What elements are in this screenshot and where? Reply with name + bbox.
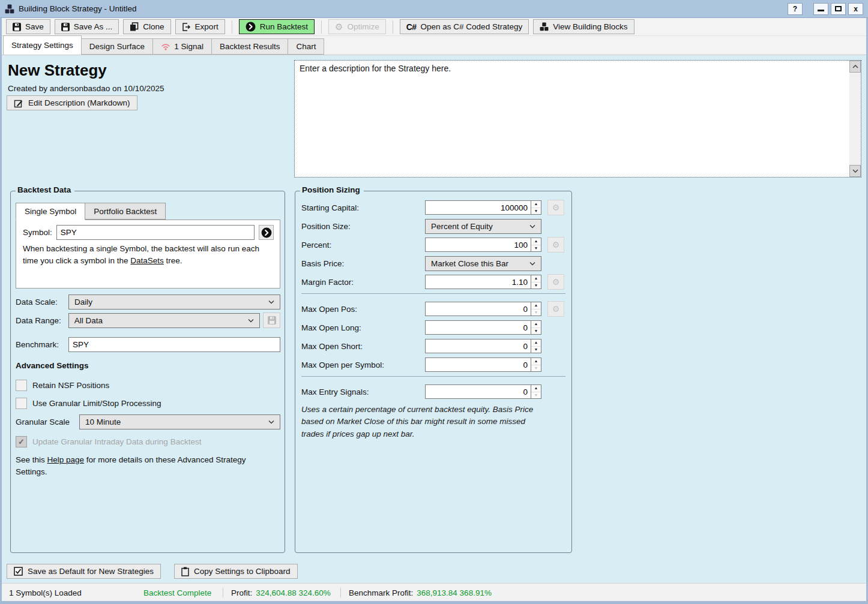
scroll-down-button[interactable] [849, 165, 861, 177]
tab-design-surface[interactable]: Design Surface [82, 38, 153, 55]
max-open-pos-input[interactable] [426, 302, 531, 315]
floppy-icon [61, 23, 70, 31]
spinner-down-button[interactable]: ▼ [531, 208, 541, 215]
margin-factor-input[interactable] [426, 275, 531, 289]
scroll-up-button[interactable] [849, 61, 861, 73]
retain-nsf-checkbox[interactable] [16, 380, 27, 391]
position-size-select[interactable]: Percent of Equity [425, 219, 541, 234]
spinner-down-button[interactable]: ▼ [531, 365, 541, 372]
separator [301, 376, 565, 377]
backtest-data-group: Backtest Data Single Symbol Portfolio Ba… [10, 191, 285, 553]
tab-strategy-settings[interactable]: Strategy Settings [3, 35, 82, 55]
max-open-pos-label: Max Open Pos: [301, 305, 425, 314]
close-button[interactable]: x [848, 3, 863, 15]
status-separator [340, 587, 341, 597]
toolbar: Save Save As ... Clone Export Run Backte… [2, 18, 866, 36]
description-scrollbar [849, 61, 861, 177]
separator [301, 293, 565, 294]
spinner-down-button[interactable]: ▼ [531, 245, 541, 252]
data-scale-select[interactable]: Daily [68, 295, 280, 309]
clone-icon [130, 22, 139, 31]
description-editor[interactable]: Enter a description for the Strategy her… [294, 60, 861, 178]
spinner-down-button[interactable]: ▼ [531, 392, 541, 399]
granular-scale-select[interactable]: 10 Minute [79, 414, 280, 429]
note-text: See this [16, 455, 47, 464]
position-size-label: Position Size: [301, 222, 425, 231]
tab-chart[interactable]: Chart [288, 38, 324, 55]
data-range-label: Data Range: [16, 316, 68, 325]
spinner-down-button[interactable]: ▼ [531, 346, 541, 353]
clone-button[interactable]: Clone [123, 19, 170, 34]
tab-signals[interactable]: 1 Signal [153, 38, 212, 55]
spinner-up-button[interactable]: ▲ [531, 275, 541, 282]
save-button[interactable]: Save [6, 19, 50, 34]
starting-capital-spinner: ▲▼ [425, 200, 541, 215]
max-open-short-label: Max Open Short: [301, 342, 425, 351]
spinner-down-button[interactable]: ▼ [531, 282, 541, 289]
max-open-long-input[interactable] [426, 321, 531, 334]
settings-gear-button[interactable]: ⚙ [547, 237, 564, 253]
copy-settings-button[interactable]: Copy Settings to Clipboard [174, 564, 298, 579]
export-button[interactable]: Export [175, 19, 225, 34]
run-icon [246, 22, 256, 32]
spinner-up-button[interactable]: ▲ [531, 339, 541, 346]
tab-portfolio-backtest[interactable]: Portfolio Backtest [85, 203, 166, 220]
spinner-down-button[interactable]: ▼ [531, 309, 541, 316]
spinner-up-button[interactable]: ▲ [531, 385, 541, 392]
update-granular-checkbox[interactable]: ✓ [16, 436, 27, 447]
datasets-link[interactable]: DataSets [130, 256, 164, 265]
chevron-down-icon [529, 224, 535, 229]
maximize-button[interactable] [831, 3, 846, 15]
edit-description-button[interactable]: Edit Description (Markdown) [7, 95, 137, 110]
tab-label: Strategy Settings [11, 41, 73, 50]
starting-capital-input[interactable] [426, 201, 531, 214]
save-as-button[interactable]: Save As ... [55, 19, 119, 34]
max-open-long-label: Max Open Long: [301, 323, 425, 332]
tab-single-symbol[interactable]: Single Symbol [16, 203, 85, 220]
max-entry-signals-input[interactable] [426, 385, 531, 398]
tab-backtest-results[interactable]: Backtest Results [212, 38, 289, 55]
load-symbol-button[interactable] [259, 225, 274, 240]
starting-capital-label: Starting Capital: [301, 203, 425, 212]
margin-factor-label: Margin Factor: [301, 278, 425, 287]
data-range-value: All Data [74, 316, 248, 325]
optimize-button[interactable]: ⚙ Optimize [328, 19, 386, 34]
minimize-button[interactable] [813, 3, 828, 15]
max-open-per-symbol-spinner: ▲▼ [425, 357, 541, 372]
granular-processing-checkbox[interactable] [16, 398, 27, 409]
save-default-button[interactable]: Save as Default for New Strategies [7, 564, 161, 579]
spinner-up-button[interactable]: ▲ [531, 358, 541, 365]
save-data-range-button[interactable] [263, 312, 280, 328]
settings-gear-button[interactable]: ⚙ [547, 301, 564, 317]
percent-input[interactable] [426, 238, 531, 251]
spinner-down-button[interactable]: ▼ [531, 327, 541, 335]
benchmark-input[interactable] [69, 338, 280, 351]
spinner-up-button[interactable]: ▲ [531, 238, 541, 245]
basis-price-select[interactable]: Market Close this Bar [425, 256, 541, 271]
strategy-title: New Strategy [8, 61, 107, 80]
run-backtest-label: Run Backtest [260, 22, 308, 31]
gears-icon: ⚙ [335, 22, 343, 31]
description-text[interactable]: Enter a description for the Strategy her… [295, 61, 849, 177]
max-open-short-input[interactable] [426, 339, 531, 353]
status-separator [223, 587, 223, 597]
spin-buttons: ▲▼ [531, 238, 541, 251]
settings-gear-button[interactable]: ⚙ [547, 200, 564, 215]
spinner-up-button[interactable]: ▲ [531, 201, 541, 208]
starting-capital-row: Starting Capital: ▲▼ ⚙ [301, 200, 565, 215]
settings-gear-button[interactable]: ⚙ [547, 274, 564, 290]
data-range-select[interactable]: All Data [68, 313, 260, 328]
max-open-per-symbol-label: Max Open per Symbol: [301, 360, 425, 369]
spinner-up-button[interactable]: ▲ [531, 302, 541, 309]
view-building-blocks-button[interactable]: View Building Blocks [533, 19, 634, 34]
titlebar: Building Block Strategy - Untitled ? x [0, 0, 868, 18]
help-page-link[interactable]: Help page [47, 455, 85, 464]
open-csharp-button[interactable]: C# Open as C# Coded Strategy [400, 19, 529, 34]
copy-settings-label: Copy Settings to Clipboard [194, 567, 291, 576]
chevron-down-icon [268, 300, 274, 304]
max-open-per-symbol-input[interactable] [426, 358, 531, 371]
symbol-input[interactable] [57, 226, 254, 239]
run-backtest-button[interactable]: Run Backtest [239, 19, 315, 34]
spinner-up-button[interactable]: ▲ [531, 321, 541, 327]
help-button[interactable]: ? [788, 3, 803, 15]
